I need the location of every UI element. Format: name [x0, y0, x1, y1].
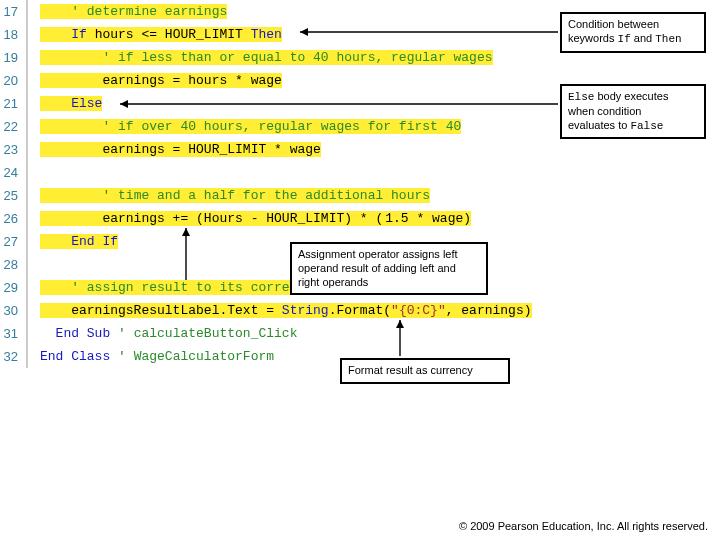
- line-number: 22: [0, 115, 28, 138]
- copyright-footer: © 2009 Pearson Education, Inc. All right…: [459, 520, 708, 532]
- line-number: 26: [0, 207, 28, 230]
- code-line: End If: [28, 230, 118, 253]
- code-line: earnings = hours * wage: [28, 69, 282, 92]
- code-listing: 17 ' determine earnings 18 If hours <= H…: [0, 0, 720, 368]
- line-number: 25: [0, 184, 28, 207]
- code-line: End Sub ' calculateButton_Click: [28, 322, 297, 345]
- line-number: 28: [0, 253, 28, 276]
- line-number: 30: [0, 299, 28, 322]
- line-number: 27: [0, 230, 28, 253]
- code-line: earnings += (Hours - HOUR_LIMIT) * (1.5 …: [28, 207, 471, 230]
- line-number: 24: [0, 161, 28, 184]
- callout-else: Else body executes when condition evalua…: [560, 84, 706, 139]
- line-number: 21: [0, 92, 28, 115]
- code-line: Else: [28, 92, 102, 115]
- line-number: 17: [0, 0, 28, 23]
- callout-assignment: Assignment operator assigns left operand…: [290, 242, 488, 295]
- line-number: 31: [0, 322, 28, 345]
- line-number: 32: [0, 345, 28, 368]
- callout-format: Format result as currency: [340, 358, 510, 384]
- line-number: 18: [0, 23, 28, 46]
- line-number: 23: [0, 138, 28, 161]
- callout-condition: Condition between keywords If and Then: [560, 12, 706, 53]
- code-line: ' if less than or equal to 40 hours, reg…: [28, 46, 493, 69]
- code-line: ' determine earnings: [28, 0, 227, 23]
- code-line: ' if over 40 hours, regular wages for fi…: [28, 115, 461, 138]
- code-line: End Class ' WageCalculatorForm: [28, 345, 274, 368]
- line-number: 20: [0, 69, 28, 92]
- line-number: 19: [0, 46, 28, 69]
- line-number: 29: [0, 276, 28, 299]
- code-line: If hours <= HOUR_LIMIT Then: [28, 23, 282, 46]
- code-line: earnings = HOUR_LIMIT * wage: [28, 138, 321, 161]
- code-line: ' time and a half for the additional hou…: [28, 184, 430, 207]
- code-line: earningsResultLabel.Text = String.Format…: [28, 299, 532, 322]
